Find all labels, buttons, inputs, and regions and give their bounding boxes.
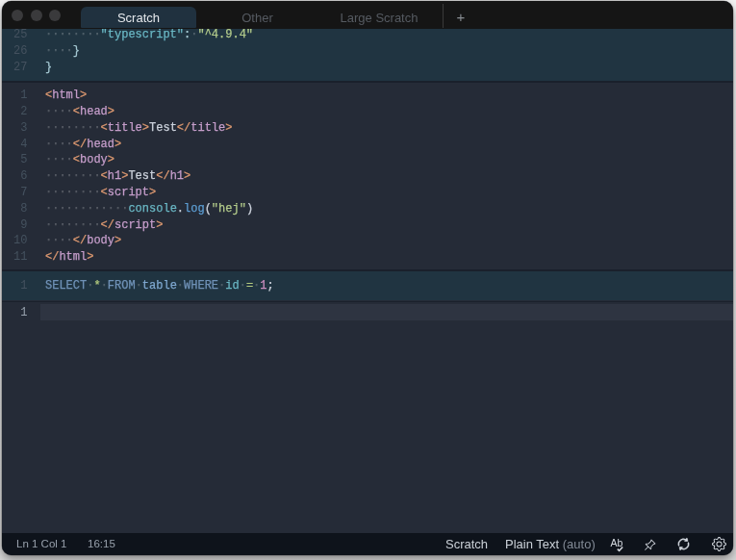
svg-text:Ab: Ab [611, 537, 623, 548]
